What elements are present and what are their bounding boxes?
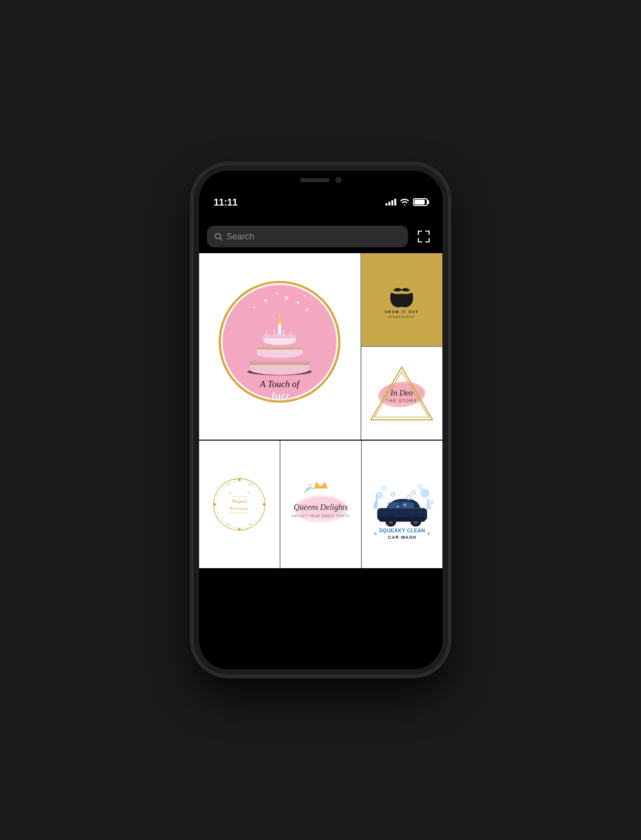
speaker-grille — [300, 178, 330, 182]
svg-text:In Deo: In Deo — [390, 388, 413, 397]
svg-point-57 — [381, 486, 386, 491]
grow-it-out-subtext: BARBERSHOP — [388, 315, 415, 318]
negest-boutique-logo: Negest Boutique — [205, 470, 274, 539]
svg-rect-68 — [379, 517, 425, 522]
scan-button[interactable] — [413, 226, 435, 247]
svg-point-41 — [213, 503, 215, 505]
status-icons — [385, 198, 428, 206]
signal-bars-icon — [385, 199, 396, 206]
svg-point-5 — [264, 299, 267, 302]
svg-point-9 — [304, 295, 306, 297]
grid-item-touch-of-jazz[interactable]: A Touch of Jazz — [199, 253, 360, 440]
grid-item-grow-it-out[interactable]: GROW IT OUT BARBERSHOP — [361, 253, 442, 346]
svg-rect-60 — [387, 502, 399, 508]
scan-icon-svg — [417, 230, 431, 243]
right-column: GROW IT OUT BARBERSHOP — [361, 253, 442, 440]
svg-text:Negest: Negest — [231, 498, 247, 504]
grid-item-negest-boutique[interactable]: Negest Boutique — [199, 441, 280, 568]
svg-text:Jazz: Jazz — [269, 390, 289, 402]
svg-point-10 — [254, 306, 256, 308]
bottom-row: Negest Boutique — [199, 441, 442, 568]
logo-grid: A Touch of Jazz — [199, 253, 442, 440]
svg-point-40 — [238, 528, 240, 530]
wifi-icon — [400, 199, 409, 206]
svg-text:CAR WASH: CAR WASH — [388, 535, 416, 540]
search-bar[interactable]: Search — [207, 226, 408, 247]
svg-point-7 — [284, 296, 288, 300]
svg-line-1 — [220, 238, 222, 240]
search-placeholder: Search — [227, 232, 255, 242]
svg-point-58 — [417, 484, 423, 490]
svg-point-25 — [278, 321, 281, 325]
svg-text:SATISFY YOUR SWEET TOOTH: SATISFY YOUR SWEET TOOTH — [292, 514, 350, 518]
phone-device: 11:11 — [193, 165, 448, 675]
in-deo-logo: In Deo THE STORE — [365, 362, 438, 425]
svg-rect-26 — [277, 333, 282, 335]
svg-text:Queens Delights: Queens Delights — [293, 502, 347, 512]
status-bar: 11:11 — [199, 191, 442, 213]
svg-point-11 — [306, 308, 309, 311]
squeaky-clean-logo: SQUEAKY CLEAN CAR WASH ✳ ✳ ✳ — [366, 468, 438, 541]
touch-of-jazz-logo: A Touch of Jazz — [206, 273, 353, 420]
svg-text:Boutique: Boutique — [230, 506, 249, 511]
battery-fill — [414, 200, 425, 205]
grid-item-queens-delights[interactable]: Queens Delights SATISFY YOUR SWEET TOOTH — [281, 441, 361, 568]
svg-point-56 — [429, 499, 434, 505]
phone-screen: 11:11 — [199, 171, 442, 669]
grow-it-out-text: GROW IT OUT — [385, 310, 418, 314]
svg-text:✳: ✳ — [426, 531, 430, 536]
svg-point-42 — [263, 503, 265, 505]
front-camera — [335, 177, 341, 183]
svg-text:A Touch of: A Touch of — [259, 379, 301, 389]
content-area: Search — [199, 220, 442, 669]
notch-cutout — [282, 171, 360, 189]
svg-rect-61 — [401, 502, 414, 508]
search-bar-container: Search — [199, 220, 442, 253]
grid-item-squeaky-clean[interactable]: SQUEAKY CLEAN CAR WASH ✳ ✳ ✳ — [362, 441, 442, 568]
svg-text:✳: ✳ — [374, 531, 378, 536]
beard-icon — [385, 281, 419, 308]
grow-it-out-logo: GROW IT OUT BARBERSHOP — [385, 281, 419, 318]
status-time: 11:11 — [214, 197, 238, 208]
svg-point-39 — [238, 478, 240, 481]
svg-text:SQUEAKY CLEAN: SQUEAKY CLEAN — [379, 528, 425, 533]
svg-rect-16 — [250, 364, 309, 365]
svg-rect-20 — [256, 348, 303, 349]
svg-point-6 — [277, 292, 279, 294]
grid-item-in-deo[interactable]: In Deo THE STORE — [361, 347, 442, 440]
svg-text:THE STORE: THE STORE — [386, 398, 417, 403]
battery-icon — [413, 198, 428, 206]
search-icon — [214, 232, 223, 241]
queens-delights-logo: Queens Delights SATISFY YOUR SWEET TOOTH — [284, 468, 357, 541]
svg-point-8 — [297, 302, 299, 304]
